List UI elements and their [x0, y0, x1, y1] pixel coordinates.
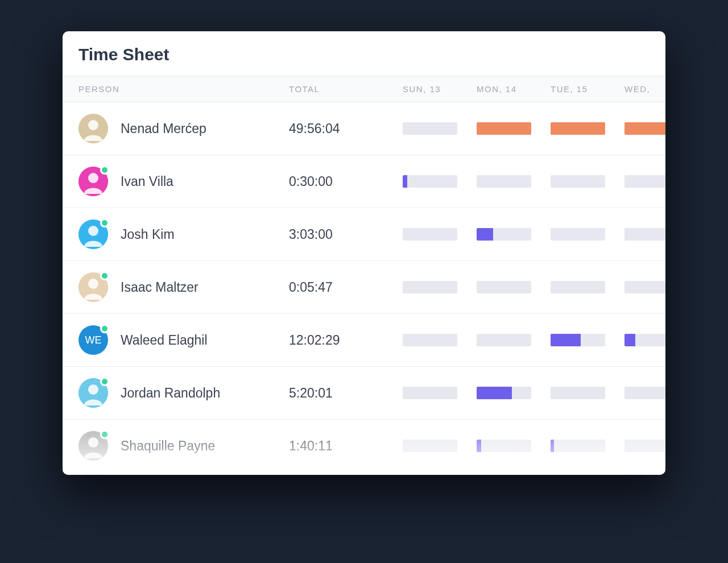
- avatar[interactable]: [78, 272, 108, 302]
- table-row[interactable]: Jordan Randolph5:20:01: [63, 367, 665, 420]
- time-bar: [624, 387, 665, 399]
- time-bar-fill: [551, 440, 554, 452]
- person-cell[interactable]: Josh Kim: [78, 220, 289, 249]
- total-time: 5:20:01: [289, 386, 403, 401]
- person-icon: [78, 114, 108, 143]
- avatar[interactable]: [78, 378, 108, 408]
- day-cell[interactable]: [403, 228, 477, 241]
- avatar[interactable]: [78, 220, 108, 249]
- day-cell[interactable]: [403, 440, 477, 452]
- time-bar: [551, 122, 605, 135]
- avatar[interactable]: WE: [78, 325, 108, 355]
- time-bar: [403, 175, 457, 188]
- presence-indicator: [100, 324, 109, 333]
- avatar[interactable]: [78, 167, 108, 196]
- table-row[interactable]: Isaac Maltzer0:05:47: [63, 261, 665, 314]
- day-cell[interactable]: [403, 334, 477, 346]
- person-name: Jordan Randolph: [121, 386, 220, 401]
- day-cell[interactable]: [403, 281, 477, 293]
- day-cell[interactable]: [477, 122, 551, 135]
- time-bar: [477, 175, 531, 188]
- person-name: Josh Kim: [121, 227, 175, 242]
- day-cell[interactable]: [551, 122, 624, 135]
- day-cell[interactable]: [551, 175, 624, 188]
- time-bar: [403, 228, 457, 241]
- day-cell[interactable]: [403, 387, 477, 399]
- time-bar: [624, 175, 665, 188]
- person-cell[interactable]: Shaquille Payne: [78, 431, 289, 461]
- time-bar-fill: [624, 334, 635, 346]
- day-cell[interactable]: [624, 228, 665, 241]
- person-cell[interactable]: Nenad Merćep: [78, 114, 289, 143]
- day-cell[interactable]: [551, 281, 624, 293]
- col-header-day-3[interactable]: WED,: [624, 84, 665, 94]
- day-cell[interactable]: [624, 281, 665, 293]
- day-cell[interactable]: [403, 122, 477, 135]
- total-time: 1:40:11: [289, 438, 403, 454]
- day-cell[interactable]: [624, 175, 665, 188]
- person-name: Waleed Elaghil: [121, 333, 208, 348]
- table-row[interactable]: Josh Kim3:03:00: [63, 208, 665, 261]
- table-row[interactable]: WEWaleed Elaghil12:02:29: [63, 314, 665, 367]
- col-header-person[interactable]: PERSON: [78, 84, 289, 94]
- total-time: 49:56:04: [289, 121, 403, 136]
- person-name: Isaac Maltzer: [121, 280, 198, 295]
- col-header-day-1[interactable]: MON, 14: [477, 84, 551, 94]
- day-cell[interactable]: [551, 387, 624, 399]
- day-cell[interactable]: [477, 281, 551, 293]
- day-cell[interactable]: [477, 228, 551, 241]
- person-name: Ivan Villa: [121, 174, 173, 189]
- presence-indicator: [100, 218, 109, 227]
- day-cell[interactable]: [551, 228, 624, 241]
- presence-indicator: [100, 377, 109, 386]
- col-header-day-2[interactable]: TUE, 15: [551, 84, 624, 94]
- day-cell[interactable]: [624, 387, 665, 399]
- person-cell[interactable]: Ivan Villa: [78, 167, 289, 196]
- time-bar: [551, 281, 605, 293]
- svg-point-1: [88, 120, 98, 130]
- time-bar: [624, 334, 665, 346]
- time-bar: [403, 281, 457, 293]
- day-cell[interactable]: [551, 334, 624, 346]
- time-bar: [477, 387, 531, 399]
- time-bar: [403, 387, 457, 399]
- svg-point-5: [88, 226, 98, 236]
- table-row[interactable]: Ivan Villa0:30:00: [63, 155, 665, 208]
- day-cell[interactable]: [551, 440, 624, 452]
- time-bar-fill: [403, 175, 407, 188]
- day-cell[interactable]: [477, 175, 551, 188]
- day-cell[interactable]: [477, 387, 551, 399]
- svg-point-3: [88, 173, 98, 183]
- avatar[interactable]: [78, 431, 108, 461]
- person-cell[interactable]: Jordan Randolph: [78, 378, 289, 408]
- col-header-total[interactable]: TOTAL: [289, 84, 403, 94]
- time-bar-fill: [477, 228, 493, 241]
- time-bar: [477, 228, 531, 241]
- time-bar-fill: [477, 440, 481, 452]
- time-bar: [477, 281, 531, 293]
- day-cell[interactable]: [477, 440, 551, 452]
- day-cell[interactable]: [477, 334, 551, 346]
- day-cell[interactable]: [403, 175, 477, 188]
- total-time: 12:02:29: [289, 333, 403, 348]
- person-name: Shaquille Payne: [121, 438, 215, 454]
- time-bar-fill: [551, 122, 605, 135]
- svg-point-11: [88, 437, 98, 448]
- page-title: Time Sheet: [63, 31, 665, 76]
- day-cell[interactable]: [624, 334, 665, 346]
- day-cell[interactable]: [624, 440, 665, 452]
- person-cell[interactable]: Isaac Maltzer: [78, 272, 289, 302]
- time-bar: [477, 334, 531, 346]
- person-cell[interactable]: WEWaleed Elaghil: [78, 325, 289, 355]
- table-row[interactable]: Nenad Merćep49:56:04: [63, 102, 665, 155]
- day-cell[interactable]: [624, 122, 665, 135]
- time-bar: [624, 281, 665, 293]
- avatar[interactable]: [78, 114, 108, 143]
- time-bar-fill: [477, 387, 512, 399]
- time-bar: [403, 122, 457, 135]
- timesheet-card: Time Sheet PERSON TOTAL SUN, 13 MON, 14 …: [63, 31, 665, 475]
- table-header: PERSON TOTAL SUN, 13 MON, 14 TUE, 15 WED…: [63, 76, 665, 102]
- table-row[interactable]: Shaquille Payne1:40:11: [63, 420, 665, 472]
- svg-point-9: [88, 384, 98, 395]
- col-header-day-0[interactable]: SUN, 13: [403, 84, 477, 94]
